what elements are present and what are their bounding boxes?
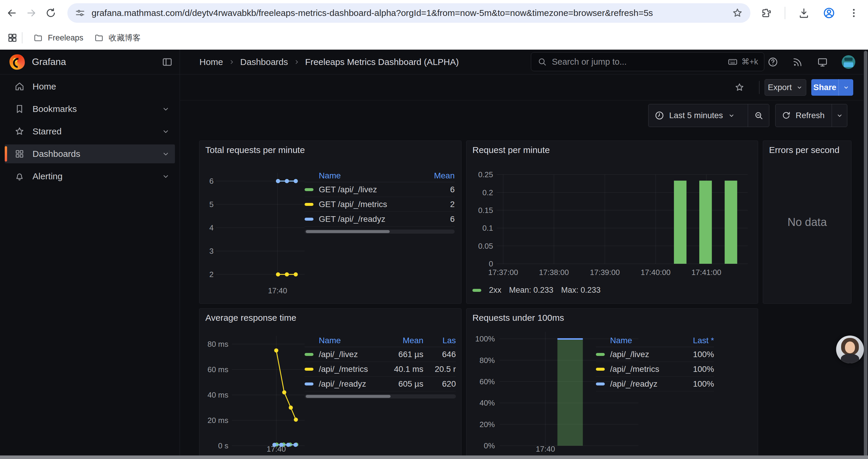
series-color-pill [472, 289, 481, 292]
series-name[interactable]: /api/_/metrics [319, 364, 373, 374]
legend-line[interactable]: 2xx Mean: 0.233 Max: 0.233 [472, 286, 601, 295]
grafana-header: Grafana Home Dashboards Freeleaps Metric… [0, 50, 868, 74]
legend-scrollbar-thumb[interactable] [306, 395, 391, 398]
sidebar-item-bookmarks[interactable]: Bookmarks [5, 100, 175, 119]
panel-total-requests-per-minute: Total requests per minute 6543217:40 Nam… [199, 140, 462, 304]
forward-icon[interactable] [25, 6, 38, 20]
share-dropdown-button[interactable] [838, 79, 853, 96]
series-name[interactable]: /api/_/metrics [610, 364, 670, 374]
legend-row[interactable]: /api/_/readyz100% [596, 376, 714, 391]
series-name[interactable]: /api/_/readyz [319, 379, 373, 389]
series-name[interactable]: /api/_/livez [610, 350, 670, 359]
dashboard-toolbar: Export Share [180, 74, 868, 100]
keyboard-icon [727, 57, 738, 67]
panel-title[interactable]: Request per minute [472, 145, 550, 155]
legend-scrollbar[interactable] [305, 394, 456, 398]
extensions-icon[interactable] [761, 7, 772, 19]
legend-header[interactable]: NameLast * [596, 334, 714, 347]
zoom-out-button[interactable] [748, 104, 769, 127]
legend-scrollbar[interactable] [305, 230, 455, 234]
user-avatar[interactable] [842, 55, 855, 69]
export-button[interactable]: Export [765, 79, 806, 96]
news-rss-icon[interactable] [792, 57, 803, 68]
sidebar-item-dashboards[interactable]: Dashboards [5, 144, 175, 163]
legend-header-col[interactable]: Mean [373, 336, 423, 345]
bookmark-folder-blogs[interactable]: 收藏博客 [89, 30, 146, 46]
legend-header[interactable]: NameMean [305, 169, 455, 182]
share-button[interactable]: Share [811, 79, 838, 96]
series-name[interactable]: /api/_/livez [319, 350, 373, 359]
download-icon[interactable] [798, 7, 810, 19]
legend-header-name[interactable]: Name [610, 336, 670, 345]
profile-icon[interactable] [823, 6, 836, 20]
browser-menu-icon[interactable] [848, 7, 860, 19]
reload-icon[interactable] [44, 6, 57, 20]
panel-title[interactable]: Average response time [205, 313, 296, 323]
svg-text:60%: 60% [479, 377, 495, 386]
bookmarks-divider [22, 32, 23, 43]
bookmark-star-icon[interactable] [732, 7, 743, 19]
favorite-star-icon[interactable] [734, 82, 745, 93]
folder-icon [94, 33, 104, 43]
legend-header-col[interactable]: Last * [670, 336, 714, 345]
horizontal-scrollbar[interactable] [0, 455, 868, 459]
chevron-down-icon[interactable] [161, 172, 170, 181]
series-name[interactable]: 2xx [489, 286, 501, 295]
panel-title[interactable]: Total requests per minute [205, 145, 305, 155]
legend-header[interactable]: NameMeanLas [305, 334, 456, 347]
panel-title[interactable]: Requests under 100ms [472, 313, 564, 323]
dock-sidebar-icon[interactable] [161, 56, 174, 68]
series-value: 100% [670, 379, 714, 389]
search-input[interactable]: Search or jump to... ⌘+k [531, 52, 764, 71]
legend-row[interactable]: GET /api/_/readyz6 [305, 212, 455, 227]
bookmark-folder-freeleaps[interactable]: Freeleaps [28, 30, 89, 46]
chevron-down-icon[interactable] [161, 104, 170, 113]
svg-text:40 ms: 40 ms [208, 391, 228, 399]
legend-header-name[interactable]: Name [319, 171, 419, 181]
kiosk-monitor-icon[interactable] [817, 57, 828, 68]
sidebar-item-home[interactable]: Home [5, 77, 175, 96]
legend-row[interactable]: GET /api/_/metrics2 [305, 197, 455, 212]
chart-request-per-minute[interactable]: 0.250.20.150.10.05017:37:0017:38:0017:39… [470, 167, 751, 285]
series-color-pill [305, 383, 313, 386]
series-color-pill [305, 188, 313, 191]
refresh-interval-dropdown[interactable] [832, 104, 847, 127]
legend-row[interactable]: GET /api/_/livez6 [305, 182, 455, 197]
chevron-down-icon[interactable] [161, 150, 170, 158]
svg-text:0: 0 [489, 259, 493, 268]
breadcrumb-home[interactable]: Home [199, 57, 223, 67]
apps-grid-icon[interactable] [7, 32, 18, 43]
sidebar-item-alerting[interactable]: Alerting [5, 167, 175, 186]
legend-row[interactable]: /api/_/livez100% [596, 347, 714, 362]
series-name[interactable]: /api/_/readyz [610, 379, 670, 389]
series-name[interactable]: GET /api/_/readyz [319, 215, 419, 224]
floating-assistant-avatar[interactable] [836, 335, 864, 363]
breadcrumb-dashboards[interactable]: Dashboards [240, 57, 288, 67]
legend-row[interactable]: /api/_/readyz605 µs620 [305, 376, 456, 391]
vertical-scrollbar[interactable] [863, 50, 868, 459]
series-name[interactable]: GET /api/_/livez [319, 185, 419, 194]
refresh-picker: Refresh [775, 104, 847, 127]
tune-icon[interactable] [74, 7, 86, 19]
legend-header-col[interactable]: Mean [419, 171, 455, 181]
chart-average-response-time[interactable]: 80 ms60 ms40 ms20 ms0 s17:40 [201, 329, 309, 459]
help-icon[interactable] [767, 57, 778, 68]
breadcrumb-current: Freeleaps Metrics Dashboard (ALPHA) [305, 57, 459, 67]
time-range-button[interactable]: Last 5 minutes [649, 110, 748, 121]
legend-header-name[interactable]: Name [319, 336, 373, 345]
grafana-logo-icon[interactable] [9, 54, 25, 70]
legend-row[interactable]: /api/_/livez661 µs646 [305, 347, 456, 362]
scrollbar-thumb[interactable] [864, 51, 867, 457]
legend-header-col[interactable]: Las [423, 336, 456, 345]
url-bar[interactable]: grafana.mathmast.com/d/deytv4rwavabkb/fr… [67, 3, 750, 23]
search-shortcut: ⌘+k [727, 57, 758, 67]
sidebar-item-starred[interactable]: Starred [5, 122, 175, 141]
legend-row[interactable]: /api/_/metrics40.1 ms20.5 r [305, 362, 456, 376]
legend-scrollbar-thumb[interactable] [306, 230, 390, 233]
series-name[interactable]: GET /api/_/metrics [319, 200, 419, 209]
refresh-button[interactable]: Refresh [776, 111, 832, 120]
back-icon[interactable] [5, 6, 18, 20]
legend-row[interactable]: /api/_/metrics100% [596, 362, 714, 376]
chevron-down-icon[interactable] [161, 127, 170, 136]
chart-total-requests[interactable]: 6543217:40 [203, 167, 307, 300]
